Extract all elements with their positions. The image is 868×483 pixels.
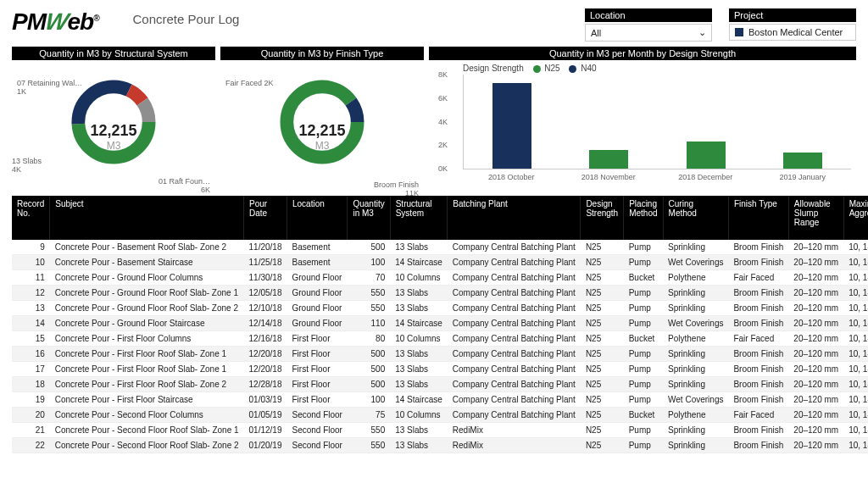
cell: 13 Slabs [390,286,448,301]
project-value[interactable]: Boston Medical Center [729,24,856,41]
col-header[interactable]: Allowable Slump Range [788,196,843,240]
cell: 10, 14 or 20 mm [843,316,868,331]
bar-legend: Design Strength N25 N40 [463,64,851,73]
table-row[interactable]: 12Concrete Pour - Ground Floor Roof Slab… [12,286,868,301]
x-label: 2018 December [657,173,754,181]
header: PMWeb® Concrete Pour Log Location All ⌄ … [12,8,856,42]
cell: 12/10/18 [244,301,287,316]
cell: N25 [581,347,624,362]
cell: N25 [581,270,624,286]
cell: Sprinkling [663,438,728,453]
x-label: 2018 November [560,173,658,181]
filter-location-label: Location [585,8,712,22]
cell: Second Floor [287,438,347,453]
y-tick: 0K [438,164,448,173]
cell: 10, 14 or 20 mm [843,362,868,377]
cell: 12/16/18 [244,331,287,347]
bar-n25[interactable] [783,153,822,169]
cell: 500 [348,362,390,377]
cell: Sprinkling [663,347,728,362]
table-row[interactable]: 11Concrete Pour - Ground Floor Columns11… [12,270,868,286]
x-label: 2018 October [463,173,560,181]
table-row[interactable]: 14Concrete Pour - Ground Floor Staircase… [12,316,868,331]
filter-project: Project Boston Medical Center [729,8,856,42]
cell: N25 [581,438,624,453]
table-row[interactable]: 18Concrete Pour - First Floor Roof Slab-… [12,377,868,392]
table-row[interactable]: 21Concrete Pour - Second Floor Roof Slab… [12,423,868,438]
cell: Concrete Pour - Ground Floor Columns [50,270,244,286]
table-row[interactable]: 19Concrete Pour - First Floor Staircase0… [12,392,868,408]
cell: Pump [624,423,663,438]
table-row[interactable]: 15Concrete Pour - First Floor Columns12/… [12,331,868,347]
cell: N25 [581,362,624,377]
table-row[interactable]: 16Concrete Pour - First Floor Roof Slab-… [12,347,868,362]
legend-chip-n25 [533,65,541,73]
table-row[interactable]: 9Concrete Pour - Basement Roof Slab- Zon… [12,240,868,255]
cell: RediMix [448,423,581,438]
cell: N25 [581,423,624,438]
table-row[interactable]: 13Concrete Pour - Ground Floor Roof Slab… [12,301,868,316]
cell: 550 [348,301,390,316]
cell: 01/03/19 [244,392,287,408]
cell: 500 [348,347,390,362]
table-row[interactable]: 17Concrete Pour - First Floor Roof Slab-… [12,362,868,377]
y-tick: 6K [438,94,448,103]
cell: 11/25/18 [244,255,287,270]
bar-body[interactable]: Design Strength N25 N40 0K2K4K6K8K 2018 … [429,60,856,187]
cell: Broom Finish [728,362,788,377]
col-header[interactable]: Curing Method [663,196,728,240]
cell: Sprinkling [663,301,728,316]
col-header[interactable]: Design Strength [581,196,624,240]
cell: 10 [12,255,50,270]
cell: 20–120 mm [788,423,843,438]
cell: 10, 14 or 20 mm [843,255,868,270]
cell: Broom Finish [728,255,788,270]
cell: N25 [581,286,624,301]
cell: Sprinkling [663,423,728,438]
table-row[interactable]: 10Concrete Pour - Basement Staircase11/2… [12,255,868,270]
cell: 13 [12,301,50,316]
cell: Pump [624,377,663,392]
cell: Pump [624,438,663,453]
legend-n40: N40 [581,64,596,73]
cell: Concrete Pour - Ground Floor Staircase [50,316,244,331]
charts-row: Quantity in M3 by Structural System 12,2… [12,47,856,191]
cell: Company Central Batching Plant [448,270,581,286]
cell: 18 [12,377,50,392]
col-header[interactable]: Finish Type [728,196,788,240]
slice-value-retaining: 1K [17,87,26,96]
table-row[interactable]: 20Concrete Pour - Second Floor Columns01… [12,408,868,423]
bar-n40[interactable] [492,83,531,169]
cell: 11/30/18 [244,270,287,286]
logo-eb: eb [67,8,93,35]
col-header[interactable]: Maximum Aggregate Size [843,196,868,240]
bar-n25[interactable] [687,142,726,169]
cell: 12/20/18 [244,347,287,362]
cell: 70 [348,270,390,286]
location-dropdown[interactable]: All ⌄ [585,24,712,42]
cell: 80 [348,331,390,347]
cell: N25 [581,392,624,408]
app-logo: PMWeb® [12,8,108,36]
table-row[interactable]: 22Concrete Pour - Second Floor Roof Slab… [12,438,868,453]
cell: 20–120 mm [788,331,843,347]
donut-area[interactable]: 12,215 M3 07 Retaining Wal… 1K 13 Slabs … [12,75,215,203]
col-header[interactable]: Placing Method [624,196,663,240]
bar-x-labels: 2018 October2018 November2018 December20… [463,173,851,181]
slice-value-raft: 6K [201,186,210,194]
cell: 20–120 mm [788,377,843,392]
cell: Broom Finish [728,316,788,331]
cell: 20–120 mm [788,286,843,301]
bar-n25[interactable] [589,150,628,169]
logo-reg: ® [93,14,98,23]
location-value: All [591,28,601,38]
logo-pm: PM [12,8,46,35]
table-body: 9Concrete Pour - Basement Roof Slab- Zon… [12,240,868,453]
donut-total: 12,215 [220,122,424,140]
cell: N25 [581,377,624,392]
col-header[interactable]: Batching Plant [448,196,581,240]
cell: 16 [12,347,50,362]
cell: 20–120 mm [788,270,843,286]
cell: 10, 14 or 20 mm [843,240,868,255]
donut-area[interactable]: 12,215 M3 Fair Faced 2K Broom Finish 11K [220,75,424,203]
